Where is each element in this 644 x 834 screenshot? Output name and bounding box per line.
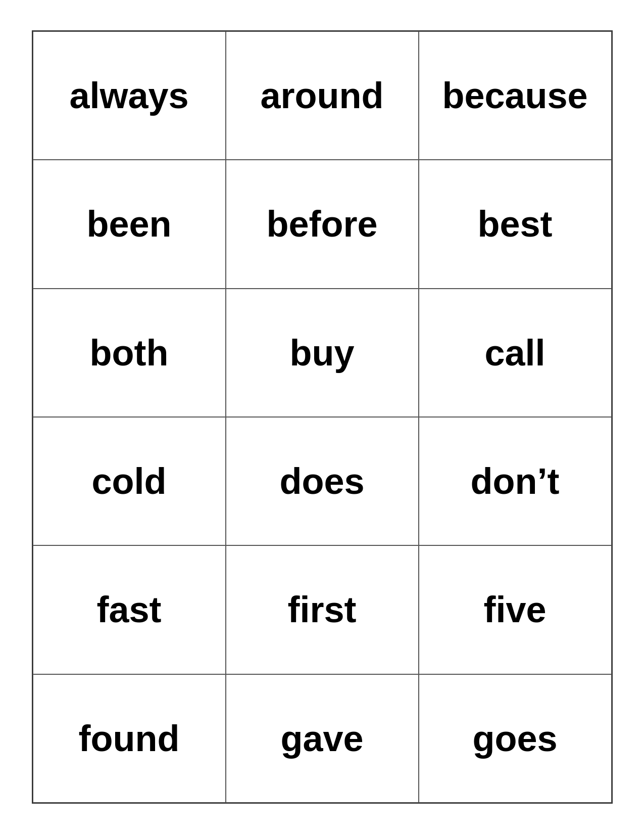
word-cell: call [419, 289, 612, 417]
word-cell: because [419, 31, 612, 160]
word-label: found [79, 718, 180, 759]
word-cell: does [226, 417, 419, 545]
word-label: does [279, 460, 364, 502]
word-cell: best [419, 160, 612, 288]
word-cell: buy [226, 289, 419, 417]
word-cell: been [33, 160, 226, 288]
word-label: don’t [471, 460, 560, 502]
word-label: been [86, 203, 171, 245]
word-cell: five [419, 545, 612, 674]
word-grid: alwaysaroundbecausebeenbeforebestbothbuy… [32, 30, 613, 804]
word-cell: fast [33, 545, 226, 674]
word-cell: always [33, 31, 226, 160]
word-label: gave [280, 718, 363, 759]
word-label: around [261, 75, 384, 116]
word-label: call [484, 332, 545, 374]
word-label: always [69, 75, 188, 116]
word-label: buy [289, 332, 354, 374]
word-label: fast [96, 589, 161, 630]
word-cell: before [226, 160, 419, 288]
word-label: both [90, 332, 169, 374]
word-cell: goes [419, 674, 612, 803]
word-label: before [266, 203, 377, 245]
word-label: goes [472, 718, 557, 759]
word-label: first [287, 589, 356, 630]
word-label: best [477, 203, 552, 245]
word-cell: cold [33, 417, 226, 545]
word-label: cold [91, 460, 166, 502]
word-cell: first [226, 545, 419, 674]
word-label: five [483, 589, 546, 630]
word-cell: gave [226, 674, 419, 803]
word-cell: don’t [419, 417, 612, 545]
word-cell: found [33, 674, 226, 803]
word-cell: around [226, 31, 419, 160]
word-label: because [442, 75, 587, 116]
word-cell: both [33, 289, 226, 417]
